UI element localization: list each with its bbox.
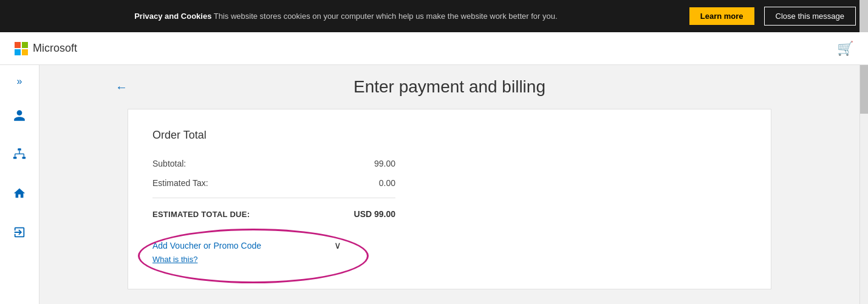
- total-label: ESTIMATED TOTAL DUE:: [152, 210, 250, 219]
- sidebar-item-home[interactable]: [9, 183, 30, 207]
- cookie-text-normal: This website stores cookies on your comp…: [211, 12, 557, 21]
- ms-green: [22, 42, 28, 48]
- svg-rect-2: [22, 157, 26, 159]
- microsoft-logo: Microsoft: [15, 42, 77, 55]
- page-header: ← Enter payment and billing: [115, 77, 784, 97]
- svg-rect-0: [18, 148, 21, 151]
- sidebar-item-signout[interactable]: [9, 222, 30, 246]
- subtotal-value: 99.00: [374, 159, 395, 168]
- ms-red: [15, 42, 21, 48]
- main-layout: » ← Enter payment and billing Order Tota…: [0, 65, 868, 304]
- microsoft-grid-icon: [15, 42, 28, 55]
- total-row: ESTIMATED TOTAL DUE: USD 99.00: [152, 203, 395, 225]
- ms-yellow: [22, 49, 28, 55]
- voucher-section: Add Voucher or Promo Code ∨ What is this…: [152, 240, 341, 264]
- tax-value: 0.00: [379, 178, 395, 188]
- cookie-banner: Privacy and Cookies This website stores …: [0, 0, 868, 32]
- close-message-button[interactable]: Close this message: [764, 7, 856, 26]
- order-divider: [152, 198, 395, 198]
- page-title: Enter payment and billing: [137, 77, 762, 97]
- subtotal-row: Subtotal: 99.00: [152, 154, 395, 173]
- voucher-row: Add Voucher or Promo Code ∨: [152, 240, 341, 251]
- scrollbar-thumb[interactable]: [860, 65, 868, 114]
- cookie-text: Privacy and Cookies This website stores …: [12, 12, 680, 21]
- brand-name: Microsoft: [33, 42, 77, 55]
- sidebar: »: [0, 65, 39, 304]
- svg-rect-1: [13, 157, 17, 159]
- content-area: ← Enter payment and billing Order Total …: [39, 65, 859, 304]
- total-value: USD 99.00: [354, 209, 395, 219]
- order-card: Order Total Subtotal: 99.00 Estimated Ta…: [128, 109, 771, 289]
- learn-more-button[interactable]: Learn more: [689, 7, 754, 25]
- order-section-title: Order Total: [152, 129, 747, 142]
- top-nav: Microsoft 🛒: [0, 32, 868, 65]
- sidebar-item-network[interactable]: [9, 144, 30, 168]
- subtotal-label: Subtotal:: [152, 159, 186, 168]
- what-is-this-link[interactable]: What is this?: [152, 255, 341, 264]
- cart-button[interactable]: 🛒: [837, 41, 853, 57]
- tax-label: Estimated Tax:: [152, 178, 208, 188]
- tax-row: Estimated Tax: 0.00: [152, 173, 395, 193]
- sidebar-expand-button[interactable]: »: [13, 72, 26, 91]
- back-button[interactable]: ←: [115, 80, 128, 94]
- voucher-chevron-icon: ∨: [334, 240, 341, 251]
- ms-blue: [15, 49, 21, 55]
- sidebar-item-user[interactable]: [9, 105, 30, 130]
- page-scrollbar[interactable]: [859, 65, 868, 304]
- scrollbar[interactable]: [859, 0, 868, 32]
- cookie-text-bold: Privacy and Cookies: [134, 12, 211, 21]
- voucher-link[interactable]: Add Voucher or Promo Code: [152, 241, 261, 250]
